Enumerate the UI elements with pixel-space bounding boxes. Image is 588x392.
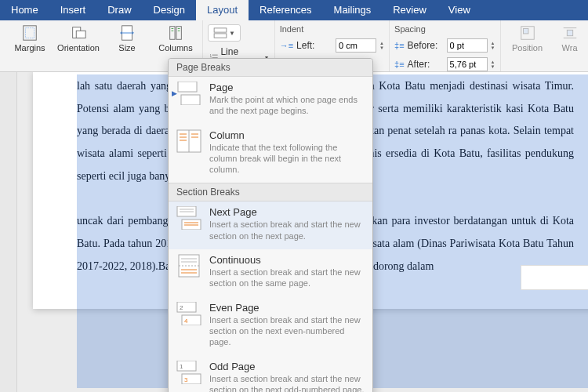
ribbon-tabs: Home Insert Draw Design Layout Reference… [0,0,588,20]
break-next-page[interactable]: Next Page Insert a section break and sta… [169,201,372,249]
tab-layout[interactable]: Layout [196,0,249,20]
break-continuous-icon [176,254,201,278]
size-icon [118,24,136,42]
svg-text:4: 4 [184,318,188,325]
spacing-before-icon: ‡≡ [394,41,405,50]
break-odd-page[interactable]: 13 Odd Page Insert a section break and s… [169,356,372,392]
spacing-before-spinner[interactable]: ▲▼ [491,41,495,50]
wrap-text-button[interactable]: Wra [554,24,586,53]
columns-icon [167,24,184,42]
vertical-ruler[interactable] [0,72,17,392]
svg-rect-3 [76,31,85,38]
spacing-before-label: Before: [408,40,444,51]
break-column-icon [176,129,201,153]
breaks-icon [213,27,227,38]
svg-rect-1 [26,28,34,38]
tab-review[interactable]: Review [382,0,437,20]
position-icon [519,24,536,42]
svg-text:2: 2 [180,304,183,311]
tab-draw[interactable]: Draw [96,0,142,20]
break-next-page-icon [176,206,201,230]
indent-left-icon: →≡ [280,41,293,50]
tab-mailings[interactable]: Mailings [323,0,383,20]
svg-text:1: 1 [180,363,183,370]
page-breaks-header: Page Breaks [169,59,372,77]
svg-text:3: 3 [184,376,188,383]
orientation-icon [70,24,87,42]
wrap-text-icon [561,24,579,42]
arrange-group: Position Wra [501,20,588,71]
indent-left-label: Left: [296,40,332,51]
indent-label: Indent [280,24,304,34]
break-even-page[interactable]: 24 Even Page Insert a section break and … [169,297,372,356]
spacing-before-input[interactable] [447,38,488,53]
orientation-button[interactable]: Orientation [56,24,100,53]
indent-left-spinner[interactable]: ▲▼ [379,41,384,50]
size-button[interactable]: Size [105,24,149,53]
svg-rect-23 [178,82,197,92]
spacing-after-input[interactable] [447,57,488,71]
break-column[interactable]: Column Indicate that the text following … [169,125,372,183]
spacing-after-icon: ‡≡ [394,60,405,69]
break-even-page-icon: 24 [176,302,201,325]
breaks-button[interactable]: ▼ [208,24,241,42]
chevron-down-icon: ▼ [229,30,235,37]
tab-design[interactable]: Design [143,0,196,20]
columns-button[interactable]: Columns [154,24,198,53]
tab-home[interactable]: Home [0,0,49,20]
spacing-after-label: After: [408,59,444,70]
svg-rect-20 [567,30,572,35]
svg-rect-13 [214,34,227,38]
tab-view[interactable]: View [437,0,481,20]
spacing-after-spinner[interactable]: ▲▼ [491,60,495,69]
breaks-dropdown: Page Breaks ▶ Page Mark the point at whi… [168,58,373,392]
position-button[interactable]: Position [506,24,550,53]
tab-insert[interactable]: Insert [49,0,97,20]
break-page-icon [176,82,201,105]
svg-rect-12 [214,28,227,32]
section-breaks-header: Section Breaks [169,183,372,201]
break-page[interactable]: Page Mark the point at which one page en… [169,77,372,125]
margins-icon [21,24,38,42]
spacing-label: Spacing [394,24,426,34]
svg-rect-19 [523,29,528,34]
break-continuous[interactable]: Continuous Insert a section break and st… [169,249,372,297]
margins-button[interactable]: Margins [8,24,52,53]
svg-rect-24 [181,95,200,105]
tab-references[interactable]: References [249,0,322,20]
spacing-group: Spacing ‡≡ Before: ▲▼ ‡≡ After: ▲▼ [390,20,501,71]
indent-left-input[interactable] [336,38,376,53]
break-odd-page-icon: 13 [176,361,201,384]
